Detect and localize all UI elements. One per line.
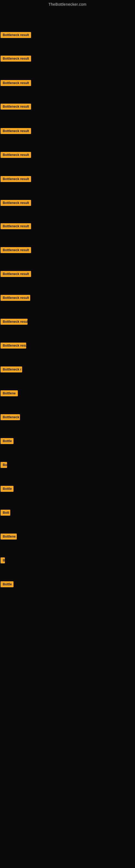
badge-row: B xyxy=(0,549,135,572)
bottleneck-badge: Bottleneck result xyxy=(1,128,31,134)
bottleneck-badge: Bottleneck result xyxy=(1,200,31,206)
bottleneck-badge: Bott xyxy=(1,510,10,516)
badge-row: Bottleneck r xyxy=(0,358,135,381)
bottleneck-badge: Bottlene xyxy=(1,390,18,396)
badge-row: Bo xyxy=(0,453,135,477)
badge-row: Bottle xyxy=(0,429,135,453)
badge-row: Bottleneck result xyxy=(0,143,135,167)
badge-row: Bottleneck result xyxy=(0,238,135,262)
badge-row: Bottleneck result xyxy=(0,191,135,215)
bottleneck-badge: Bottle xyxy=(1,486,13,492)
bottleneck-badge: Bottleneck result xyxy=(1,56,31,62)
bottleneck-badge: Bottleneck result xyxy=(1,223,31,229)
bottleneck-badge: Bottleneck xyxy=(1,414,20,420)
badge-row: Bottleneck result xyxy=(0,262,135,286)
badges-container: Bottleneck resultBottleneck resultBottle… xyxy=(0,8,135,868)
bottleneck-badge: Bottleneck result xyxy=(1,319,28,325)
bottleneck-badge: Bottle xyxy=(1,581,13,587)
badge-row: Bottleneck result xyxy=(0,310,135,334)
bottleneck-badge: Bottle xyxy=(1,438,13,444)
bottleneck-badge: Bottleneck r xyxy=(1,367,22,372)
bottleneck-badge: Bottleneck result xyxy=(1,176,31,182)
bottleneck-badge: Bottleneck result xyxy=(1,32,31,38)
badge-row: Bott xyxy=(0,501,135,525)
site-title: TheBottlenecker.com xyxy=(0,0,135,8)
bottleneck-badge: Bottlene xyxy=(1,533,17,539)
bottleneck-badge: Bottleneck result xyxy=(1,343,26,348)
badge-row: Bottleneck result xyxy=(0,71,135,95)
bottleneck-badge: B xyxy=(1,557,5,563)
bottleneck-badge: Bottleneck result xyxy=(1,295,30,301)
badge-row: Bottle xyxy=(0,477,135,501)
bottleneck-badge: Bottleneck result xyxy=(1,271,31,277)
badge-row: Bottleneck xyxy=(0,405,135,429)
badge-row: Bottleneck result xyxy=(0,214,135,238)
bottleneck-badge: Bottleneck result xyxy=(1,104,31,110)
bottleneck-badge: Bottleneck result xyxy=(1,247,31,253)
bottleneck-badge: Bottleneck result xyxy=(1,80,31,86)
badge-row: Bottle xyxy=(0,572,135,596)
badge-row: Bottleneck result xyxy=(0,95,135,119)
badge-row: Bottlene xyxy=(0,381,135,405)
badge-row: Bottleneck result xyxy=(0,167,135,191)
bottleneck-badge: Bottleneck result xyxy=(1,152,31,158)
badge-row: Bottleneck result xyxy=(0,286,135,310)
site-header: TheBottlenecker.com xyxy=(0,0,135,8)
bottleneck-badge: Bo xyxy=(1,462,7,468)
badge-row: Bottleneck result xyxy=(0,119,135,143)
badge-row: Bottlene xyxy=(0,525,135,549)
badge-row: Bottleneck result xyxy=(0,334,135,358)
badge-row: Bottleneck result xyxy=(0,23,135,47)
badge-row: Bottleneck result xyxy=(0,46,135,70)
